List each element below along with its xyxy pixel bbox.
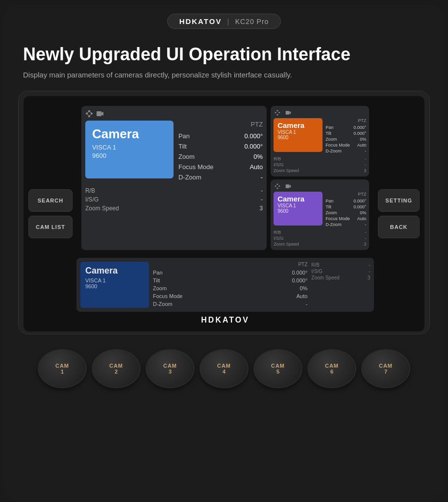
overlay-dzoom-row: D-Zoom - xyxy=(153,300,307,308)
cam-4-label: CAM xyxy=(217,363,231,369)
svg-rect-1 xyxy=(86,113,88,114)
right-bottom-tilt-val: 0.000° xyxy=(353,204,366,209)
right-top-isg-label: I/S/G xyxy=(274,162,284,167)
right-top-camera-label: Camera xyxy=(277,121,319,129)
right-top-pan-label: Pan xyxy=(325,125,333,130)
left-camera-baud: 9600 xyxy=(92,152,167,159)
cam-7-num: 7 xyxy=(384,369,387,375)
back-button[interactable]: BACK xyxy=(378,216,420,238)
overlay-zoomspeed-row: Zoom Speed 3 xyxy=(311,275,370,281)
left-isg-row: I/S/G - xyxy=(85,195,263,204)
svg-rect-18 xyxy=(278,185,280,186)
camlist-button[interactable]: CAM LIST xyxy=(28,216,73,238)
overlay-ptz: PTZ Pan 0.000° Tilt 0.000° Zoom xyxy=(153,262,307,308)
left-focus-row: Focus Mode Auto xyxy=(178,162,263,172)
right-top-pan-row: Pan 0.000° xyxy=(325,125,366,130)
overlay-protocol: VISCA 1 xyxy=(85,277,144,283)
cam-button-4[interactable]: CAM 4 xyxy=(199,349,249,388)
overlay-isg-row: I/S/G - xyxy=(311,268,370,275)
right-top-dzoom-val: - xyxy=(365,149,366,153)
right-bottom-panel: Camera VISCA 1 9600 PTZ Pan 0.000° xyxy=(271,179,369,250)
right-top-zoom-val: 0% xyxy=(360,137,366,142)
right-top-isg-row: I/S/G - xyxy=(274,162,366,168)
separator: | xyxy=(227,17,230,25)
svg-rect-14 xyxy=(286,111,290,115)
left-tilt-label: Tilt xyxy=(178,143,187,150)
right-bottom-dzoom-label: D-Zoom xyxy=(325,222,342,227)
cam-2-label: CAM xyxy=(109,363,123,369)
svg-line-4 xyxy=(87,112,89,113)
right-top-zoom-row: Zoom 0% xyxy=(325,136,366,142)
overlay-ptz-title: PTZ xyxy=(153,262,307,267)
right-top-panel: Camera VISCA 1 9600 PTZ Pan 0.000° xyxy=(271,106,369,176)
right-top-rb-label: R/B xyxy=(274,156,281,161)
left-tilt-row: Tilt 0.000° xyxy=(178,141,263,151)
right-bottom-dzoom-row: D-Zoom - xyxy=(325,222,366,227)
right-bottom-rb-row: R/B - xyxy=(274,229,366,235)
svg-line-5 xyxy=(89,112,92,113)
cam-3-num: 3 xyxy=(169,369,172,375)
bottom-screen-logo: HDKATOV xyxy=(76,316,374,325)
overlay-zoom-val: 0% xyxy=(299,285,307,291)
right-bottom-zoom-val: 0% xyxy=(360,210,366,215)
overlay-isg-label: I/S/G xyxy=(311,269,323,274)
overlay-zoom-row: Zoom 0% xyxy=(153,284,307,292)
left-camera-label: Camera xyxy=(92,126,167,142)
right-top-focus-label: Focus Mode xyxy=(325,143,350,148)
right-top-extra: R/B - I/S/G - Zoom Speed xyxy=(274,156,366,174)
svg-rect-8 xyxy=(97,111,101,116)
cam-7-label: CAM xyxy=(379,363,393,369)
overlay-isg-val: - xyxy=(369,269,370,274)
headline-title: Newly Upgraded UI Operation Interface xyxy=(23,44,425,65)
right-buttons: SETTING BACK xyxy=(378,101,420,326)
overlay-zoomspeed-label: Zoom Speed xyxy=(311,275,339,280)
svg-rect-2 xyxy=(91,113,93,114)
setting-button[interactable]: SETTING xyxy=(378,189,420,212)
top-label-bar: HDKATOV | KC20 Pro xyxy=(3,5,445,34)
right-bottom-tilt-row: Tilt 0.000° xyxy=(325,204,366,210)
overlay-tilt-label: Tilt xyxy=(153,277,160,283)
overlay-pan-row: Pan 0.000° xyxy=(153,269,307,276)
svg-marker-15 xyxy=(289,111,291,114)
right-bottom-baud: 9600 xyxy=(277,208,319,214)
ui-display-area: Camera VISCA 1 9600 PTZ Pan 0.000° xyxy=(76,101,374,255)
cam-button-6[interactable]: CAM 6 xyxy=(307,349,356,388)
panel-icons xyxy=(85,110,263,118)
headline-section: Newly Upgraded UI Operation Interface Di… xyxy=(3,34,445,86)
right-bottom-pan-row: Pan 0.000° xyxy=(325,198,366,204)
right-top-icons xyxy=(274,109,366,117)
left-dzoom-label: D-Zoom xyxy=(178,174,201,181)
right-bottom-icons xyxy=(274,182,366,190)
right-top-zoomspeed-row: Zoom Speed 3 xyxy=(274,168,366,174)
left-dzoom-row: D-Zoom - xyxy=(178,172,263,182)
network-icon xyxy=(85,110,93,118)
right-bottom-rb-label: R/B xyxy=(274,230,281,235)
overlay-zoomspeed-val: 3 xyxy=(368,275,371,280)
overlay-zoom-label: Zoom xyxy=(153,285,167,291)
right-top-tilt-label: Tilt xyxy=(325,131,331,136)
cam-button-1[interactable]: CAM 1 xyxy=(38,349,87,388)
svg-rect-0 xyxy=(88,110,90,112)
left-pan-label: Pan xyxy=(178,132,190,140)
overlay-dzoom-val: - xyxy=(306,301,308,307)
left-zoom-label: Zoom xyxy=(178,153,195,160)
overlay-rb-val: - xyxy=(369,262,370,268)
right-bottom-tilt-label: Tilt xyxy=(325,204,331,209)
left-camera-info-block: Camera VISCA 1 9600 xyxy=(85,121,174,178)
left-zoom-row: Zoom 0% xyxy=(178,151,263,162)
right-bottom-dzoom-val: - xyxy=(365,222,366,227)
left-camera-protocol: VISCA 1 xyxy=(92,144,167,151)
left-isg-val: - xyxy=(261,196,263,203)
right-top-pan-val: 0.000° xyxy=(353,125,366,130)
right-top-dzoom-row: D-Zoom - xyxy=(325,148,366,154)
overlay-rb-label: R/B xyxy=(311,262,320,268)
cam-button-3[interactable]: CAM 3 xyxy=(146,349,195,388)
cam-button-5[interactable]: CAM 5 xyxy=(253,349,302,388)
left-panel-content: Camera VISCA 1 9600 PTZ Pan 0.000° xyxy=(85,121,263,182)
search-button[interactable]: SEARCH xyxy=(28,189,73,212)
cam-button-7[interactable]: CAM 7 xyxy=(361,349,410,388)
right-top-focus-row: Focus Mode Auto xyxy=(325,142,366,148)
cam-button-2[interactable]: CAM 2 xyxy=(92,349,141,388)
right-bottom-camera-label: Camera xyxy=(277,195,319,203)
right-top-video-icon xyxy=(284,109,292,117)
